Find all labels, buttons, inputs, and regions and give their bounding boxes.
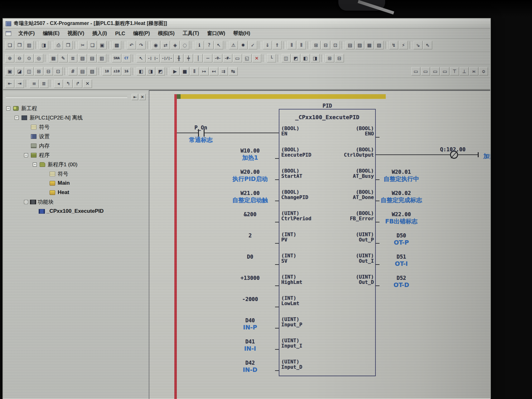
fb-definition[interactable]: ⊟: [335, 54, 344, 62]
search-symbol[interactable]: ◨: [39, 41, 48, 49]
pause[interactable]: Ⅱ: [297, 41, 306, 49]
new-file[interactable]: ❏: [5, 41, 14, 49]
pause-monitor[interactable]: ◨: [146, 67, 155, 75]
zoom-100[interactable]: ◎: [34, 54, 43, 62]
menu-program[interactable]: 编程(P): [129, 29, 154, 38]
io-rack-3[interactable]: ▭: [431, 67, 440, 75]
tree-expand-box[interactable]: −: [6, 106, 10, 110]
fb-instance[interactable]: ⊞: [325, 54, 334, 62]
watch-window[interactable]: ◫: [282, 54, 291, 62]
transfer-from-plc[interactable]: ⇑: [273, 41, 282, 49]
input-operand[interactable]: W10.00加热1: [213, 148, 288, 161]
tree-expand-box[interactable]: −: [24, 200, 28, 204]
vertical-line[interactable]: │: [194, 54, 203, 62]
monitor-view-4[interactable]: ▧: [375, 41, 384, 49]
menu-view[interactable]: 视图(V): [64, 29, 88, 38]
net-top[interactable]: ⊤: [450, 67, 459, 75]
tree-item-new-program1[interactable]: −新程序1 (00): [3, 160, 149, 169]
jump-forward[interactable]: ↱: [73, 80, 82, 88]
context-help[interactable]: ↖: [214, 41, 223, 49]
net-bottom[interactable]: ⊥: [460, 67, 469, 75]
show-rung-list[interactable]: ≣: [68, 54, 77, 62]
net-split[interactable]: ≎: [479, 67, 488, 75]
zoom-in[interactable]: ⊕: [5, 54, 14, 62]
output-operand[interactable]: W22.00FB出错标志: [364, 211, 439, 225]
section-list[interactable]: ▧: [88, 67, 97, 75]
symbol-table[interactable]: ▤: [78, 67, 87, 75]
menu-help[interactable]: 帮助(H): [229, 29, 254, 38]
find[interactable]: ◉: [151, 41, 160, 49]
toggle-address-ref[interactable]: ⊟: [44, 67, 53, 75]
find-in-project[interactable]: ◈: [171, 41, 180, 49]
tree-item-cpxx100-executepid[interactable]: _CPxx100_ExecutePID: [3, 207, 149, 216]
continuous-step[interactable]: ⇉: [219, 67, 228, 75]
local-symbols[interactable]: ◨: [311, 54, 320, 62]
save[interactable]: ▥: [25, 41, 34, 49]
display-signed-decimal[interactable]: ±10: [112, 67, 121, 75]
new-fb-invocation[interactable]: ◱: [243, 54, 252, 62]
input-operand[interactable]: 2: [213, 232, 288, 239]
io-rack-2[interactable]: ▭: [421, 67, 430, 75]
select-mode[interactable]: ↖: [137, 54, 146, 62]
tree-expand-box[interactable]: −: [24, 153, 28, 157]
pause-simulation[interactable]: Ⅱ: [190, 67, 199, 75]
about[interactable]: ℹ: [195, 41, 204, 49]
toggle-project-window[interactable]: ▣: [5, 67, 14, 75]
menu-edit[interactable]: 编辑(E): [39, 29, 63, 38]
tree-expand-box[interactable]: −: [15, 116, 19, 120]
ct-view[interactable]: CT: [122, 54, 131, 62]
redo[interactable]: ↷: [137, 41, 146, 49]
tree-item-programs[interactable]: −程序: [3, 150, 149, 160]
net-align[interactable]: ≍: [469, 67, 478, 75]
clear[interactable]: ✕: [83, 80, 92, 88]
stop-simulation[interactable]: ■: [180, 67, 189, 75]
tree-expand-box[interactable]: −: [33, 163, 37, 167]
child-window-icon[interactable]: [6, 31, 11, 36]
monitor-view-1[interactable]: ▤: [346, 41, 355, 49]
menu-window[interactable]: 窗口(W): [203, 29, 229, 38]
dock-grip[interactable]: [6, 96, 127, 98]
help[interactable]: ?: [205, 41, 214, 49]
tree-item-section-heat[interactable]: Heat: [3, 188, 149, 197]
toggle-cross-ref[interactable]: ⊞: [34, 67, 43, 75]
scan-run[interactable]: ↹: [229, 67, 238, 75]
align-bottom[interactable]: ≣: [39, 80, 48, 88]
input-operand[interactable]: D0: [213, 254, 288, 260]
tree-item-settings[interactable]: 设置: [3, 132, 149, 141]
online-edit[interactable]: ↯: [389, 41, 398, 49]
show-comments[interactable]: ▧: [78, 54, 87, 62]
delete[interactable]: ✕: [252, 54, 261, 62]
menu-plc[interactable]: PLC: [111, 29, 129, 38]
zoom-out[interactable]: ⊖: [15, 54, 24, 62]
tree-item-function-blocks[interactable]: −功能块: [3, 197, 149, 207]
dock-close-button[interactable]: ✕: [139, 94, 146, 100]
output-operand[interactable]: D50OT-P: [364, 232, 439, 246]
tree-item-section-main[interactable]: Main: [3, 178, 149, 188]
search-options[interactable]: ◌: [180, 41, 189, 49]
input-operand[interactable]: -2000: [213, 296, 288, 303]
new-or-contact[interactable]: ╫: [174, 54, 183, 62]
jump-back[interactable]: ↰: [64, 80, 73, 88]
menu-insert[interactable]: 插入(I): [88, 29, 111, 38]
compare-program[interactable]: ⊞: [312, 41, 321, 49]
show-monitor[interactable]: ▥: [97, 54, 106, 62]
copy[interactable]: ❑: [88, 41, 97, 49]
menu-simulation[interactable]: 模拟(S): [154, 29, 179, 38]
differential-monitor[interactable]: ◩: [156, 67, 165, 75]
run-simulation[interactable]: ▶: [171, 67, 180, 75]
toggle-io-comment[interactable]: ⊡: [54, 67, 63, 75]
zoom-to-fit[interactable]: ⊙: [25, 54, 34, 62]
input-operand[interactable]: D40IN-P: [213, 317, 288, 331]
input-operand[interactable]: D41IN-I: [213, 338, 288, 352]
output-operand[interactable]: W20.01自整定执行中: [364, 169, 439, 182]
toggle-output-window[interactable]: ◪: [15, 67, 24, 75]
input-operand[interactable]: D42IN-D: [213, 360, 288, 373]
mnemonic-view[interactable]: SNA: [112, 54, 121, 62]
tree-item-new-plc1[interactable]: −新PLC1[CP2E-N] 离线: [3, 113, 149, 122]
horizontal-line[interactable]: ─: [203, 54, 212, 62]
display-hex[interactable]: 16: [122, 67, 131, 75]
cross-reference[interactable]: ◧: [301, 54, 310, 62]
mnemonics[interactable]: #: [68, 67, 77, 75]
replace[interactable]: ⇄: [161, 41, 170, 49]
new-closed-contact[interactable]: -|/|-: [160, 54, 174, 62]
